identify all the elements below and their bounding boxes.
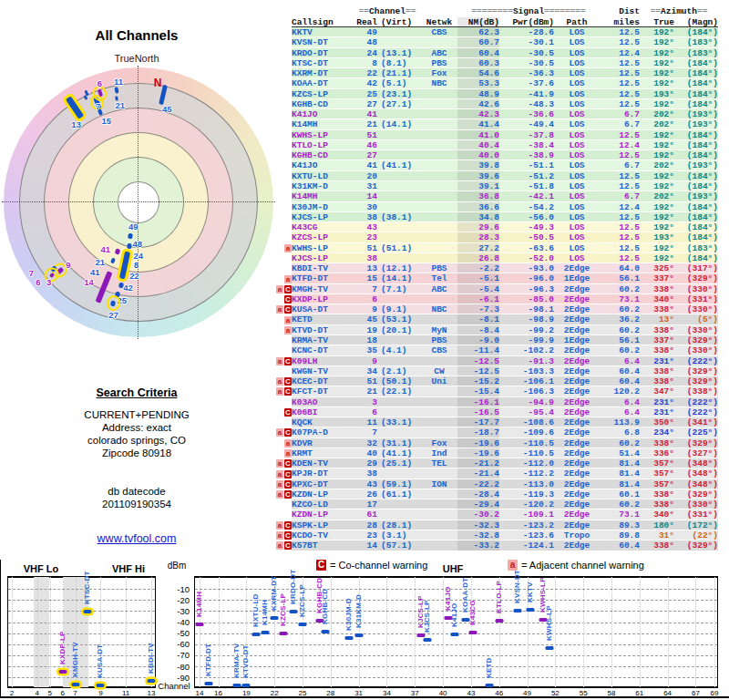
cell-virt (377, 150, 421, 160)
table-row: KCNC-DT35(4.1)CBS-11.4-102.22Edge60.2338… (272, 345, 721, 355)
cell-magn-azimuth: (184°) (674, 232, 718, 242)
cell-miles: 12.5 (600, 181, 640, 190)
cell-magn-azimuth: (329°) (674, 489, 718, 499)
cell-magn-azimuth: (225°) (674, 427, 718, 437)
cell-magn-azimuth: (222°) (674, 407, 718, 417)
cell-pwr: -91.3 (499, 356, 554, 365)
cell-netwk (421, 171, 457, 180)
cell-callsign: KZDN-LP (292, 489, 354, 499)
cell-real: 34 (354, 366, 377, 376)
cell-pwr: -93.0 (499, 263, 554, 273)
table-row: KRDO-DT24(13.1)ABC60.4-30.5LOS12.4192°(1… (272, 48, 721, 58)
col-path: Path (554, 17, 600, 27)
station-label: KETD (485, 657, 493, 678)
cell-miles: 73.1 (600, 510, 640, 519)
cell-miles: 60.2 (600, 345, 640, 355)
table-row-content: K43CG4329.6-49.3LOS12.5192°(184°) (292, 222, 718, 232)
warning-cell: a (272, 314, 292, 324)
table-row-content: KWHS-LP5141.0-37.8LOS12.5192°(184°) (292, 130, 718, 140)
cell-path: LOS (554, 68, 600, 77)
cell-callsign: KZCS-LP (292, 232, 354, 242)
cell-real: 6 (354, 294, 377, 304)
cell-real: 38 (354, 253, 377, 262)
station-label: KJCS-LP (423, 600, 431, 633)
tvfool-link[interactable]: www.tvfool.com (0, 532, 273, 545)
cell-path: LOS (554, 27, 600, 36)
cell-netwk (421, 417, 457, 427)
gridline-vertical (611, 577, 612, 687)
table-row: KWGN-TV34(2.1)CW-12.5-103.32Edge60.4338°… (272, 366, 721, 376)
cell-real: 22 (354, 68, 377, 77)
cell-miles: 12.5 (600, 99, 640, 108)
gridline-vertical (12, 577, 13, 687)
polar-plot: N 45137156112149482482242252741214114936… (4, 67, 273, 337)
north-marker: N (154, 77, 162, 89)
warning-cell (272, 171, 292, 181)
warning-cell: aC (272, 468, 292, 479)
table-row-content: K07PA-D7-18.7-109.62Edge6.8234°(225°) (292, 427, 718, 438)
cell-pwr: -37.6 (499, 78, 554, 88)
cell-netwk (421, 212, 457, 221)
cell-path: LOS (554, 243, 600, 252)
cell-pwr: -41.9 (499, 89, 554, 98)
cell-pwr: -30.1 (499, 37, 554, 46)
signal-table: ==Channel== ========Signal======== Dist … (272, 6, 721, 551)
cell-nm: -15.4 (457, 386, 499, 396)
cell-pwr: -28.6 (499, 27, 554, 36)
cell-path: 2Edge (554, 540, 600, 550)
cell-magn-azimuth: (184°) (674, 68, 718, 77)
cell-pwr: -85.0 (499, 294, 554, 304)
cell-real: 31 (354, 181, 377, 190)
cell-virt (377, 27, 421, 36)
cell-real: 28 (354, 520, 377, 530)
table-row-content: KWGN-TV34(2.1)CW-12.5-103.32Edge60.4338°… (292, 366, 718, 376)
cell-pwr: -112.2 (499, 468, 554, 478)
signal-marker (196, 623, 204, 626)
channel-tick-label: 69 (711, 689, 719, 697)
group-azimuth: ==Azimuth== (640, 6, 718, 17)
cell-true-azimuth: 347° (640, 386, 674, 396)
cell-pwr: -98.9 (499, 314, 554, 324)
channel-tick-label: 11 (122, 689, 129, 697)
cell-true-azimuth: 337° (640, 335, 674, 345)
cell-nm: 39.8 (457, 160, 499, 170)
cell-virt: (23.1) (377, 89, 421, 98)
cell-pwr: -49.3 (499, 222, 554, 232)
co-channel-warning-icon: C (284, 531, 292, 540)
station-label: K14MH (261, 600, 269, 625)
cell-miles: 12.4 (600, 202, 640, 211)
page-frame-left (0, 560, 1, 698)
cell-virt: (9.1) (377, 304, 421, 314)
warning-cell (272, 140, 292, 150)
warning-cell (272, 335, 292, 345)
cell-callsign: K57BT (292, 540, 354, 550)
cell-path: 2Edge (554, 468, 600, 478)
warning-cell: C (272, 407, 292, 417)
cell-netwk (421, 520, 457, 530)
cell-magn-azimuth: (193°) (674, 160, 718, 170)
cell-callsign: K41JO (292, 160, 354, 170)
cell-path: 2Edge (554, 448, 600, 458)
cell-miles: 6.7 (600, 160, 640, 170)
cell-path: 2Edge (554, 284, 600, 293)
cell-miles: 12.5 (600, 78, 640, 88)
cell-magn-azimuth: (348°) (674, 468, 718, 478)
station-label: KTVD-DT (241, 644, 250, 678)
cell-pwr: -51.8 (499, 181, 554, 190)
cell-callsign: KTFD-DT (292, 273, 354, 283)
table-row: aCKMGH-TV7(7.1)ABC-5.4-96.32Edge60.2338°… (272, 284, 721, 294)
cell-miles: 60.4 (600, 540, 640, 550)
warning-cell (272, 263, 292, 273)
group-channel: ==Channel== (354, 6, 421, 17)
cell-magn-azimuth: (330°) (674, 284, 718, 293)
cell-miles: 12.5 (600, 130, 640, 139)
cell-pwr: -95.4 (499, 407, 554, 417)
table-row-content: K06BI6-16.5-95.42Edge6.4231°(222°) (292, 407, 718, 417)
table-row-content: KOAA-DT42(5.1)NBC53.3-37.6LOS12.5192°(18… (292, 78, 718, 88)
cell-netwk: PBS (421, 335, 457, 345)
table-row: aCK07PA-D7-18.7-109.62Edge6.8234°(225°) (272, 427, 721, 438)
channel-tick-label: 46 (495, 689, 503, 697)
channel-tick-label: 31 (354, 689, 363, 697)
gridline-horizontal (8, 644, 155, 645)
cell-real: 23 (354, 232, 377, 242)
